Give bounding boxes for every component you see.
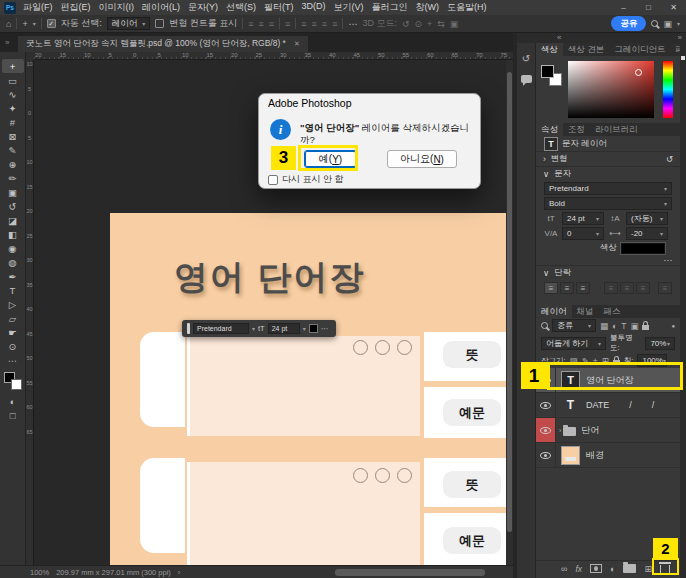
filter-adjustment-icon[interactable]: ◐ (612, 321, 617, 331)
screen-mode-icon[interactable]: □ (2, 408, 24, 422)
justify-all-icon[interactable]: ≡ (658, 282, 672, 294)
new-layer-icon[interactable]: ⊞ (644, 564, 652, 574)
more-options-icon[interactable]: ⋯ (321, 324, 329, 333)
path-selection-tool[interactable]: ▷ (2, 297, 24, 311)
menu-item[interactable]: 플러그인 (372, 1, 408, 14)
eye-icon[interactable] (540, 427, 551, 434)
panel-tab[interactable]: 색상 견본 (563, 43, 609, 56)
opacity-field[interactable]: 70% ▾ (645, 337, 675, 350)
3d-roll-icon[interactable]: ⊙ (414, 19, 422, 29)
eyedropper-tool[interactable]: ✎ (2, 143, 24, 157)
align-more-icon[interactable]: ⋯ (348, 19, 357, 29)
align-right-icon[interactable]: ≡ (269, 19, 274, 29)
font-family-field[interactable]: Pretendard (193, 323, 249, 334)
menu-item[interactable]: 이미지(I) (99, 1, 135, 14)
type-tool[interactable]: T (2, 283, 24, 297)
layer-name[interactable]: 배경 (586, 449, 604, 462)
align-left-icon[interactable]: ≡ (544, 282, 558, 294)
dont-show-again[interactable]: 다시 표시 안 함 (268, 173, 344, 186)
workspace-caret-icon[interactable]: ▾ (677, 20, 680, 27)
chevron-down-icon[interactable]: ▾ (252, 325, 255, 332)
visibility-cell[interactable] (536, 418, 556, 442)
menu-item[interactable]: 선택(S) (226, 1, 256, 14)
pen-tool[interactable]: ✒ (2, 269, 24, 283)
color-gradient-box[interactable] (568, 61, 654, 118)
menu-item[interactable]: 편집(E) (61, 1, 91, 14)
align-right-icon[interactable]: ≡ (576, 282, 590, 294)
3d-rotate-icon[interactable]: ↺ (402, 19, 410, 29)
layer-row-group[interactable]: › 단어 (536, 418, 680, 443)
menu-item[interactable]: 파일(F) (23, 1, 53, 14)
layer-row-date[interactable]: T DATE / / (536, 393, 680, 418)
3d-slide-icon[interactable]: ⇆ (437, 19, 445, 29)
panel-tab[interactable]: 패스 (599, 305, 626, 318)
panel-tab[interactable]: 채널 (572, 305, 599, 318)
status-chevron-icon[interactable]: › (178, 568, 181, 577)
text-color-swatch[interactable] (309, 324, 318, 333)
menu-item[interactable]: 레이어(L) (142, 1, 180, 14)
toolbar-expand-icon[interactable]: » (5, 38, 9, 47)
clone-stamp-tool[interactable]: ▣ (2, 185, 24, 199)
drag-handle[interactable] (187, 323, 190, 334)
expand-panels-icon[interactable]: » (678, 33, 682, 42)
visibility-cell[interactable] (536, 393, 556, 417)
kerning-field[interactable]: -20 ▾ (626, 227, 668, 240)
search-icon[interactable] (651, 20, 658, 27)
text-color-swatch[interactable] (621, 243, 665, 254)
font-size-field[interactable]: 24 pt (268, 323, 300, 334)
align-left-icon[interactable]: ≡ (248, 19, 253, 29)
paragraph-section-header[interactable]: ∨ 단락 (536, 265, 680, 279)
auto-select-dropdown[interactable]: 레이어 ▾ (107, 17, 151, 30)
menu-item[interactable]: 3D(D) (302, 1, 326, 14)
document-page[interactable]: 영어 단어장 뜻 예문 뜻 예문 Pretendard ▾ (110, 213, 513, 565)
distribute-v2-icon[interactable]: ≡ (312, 19, 317, 29)
panel-tab[interactable]: 그레이디언트 (609, 43, 670, 56)
blur-tool[interactable]: ◉ (2, 241, 24, 255)
font-weight-dropdown[interactable]: Bold ▾ (544, 197, 672, 210)
hue-slider[interactable] (663, 61, 673, 118)
workspace-icon[interactable]: ▣ (663, 19, 672, 29)
link-layers-icon[interactable]: ∞ (561, 564, 567, 574)
image-layer-thumbnail[interactable] (561, 446, 580, 465)
3d-scale-icon[interactable]: ▣ (450, 19, 459, 29)
gradient-tool[interactable]: ◧ (2, 227, 24, 241)
character-mini-toolbar[interactable]: Pretendard ▾ tT 24 pt ▾ ⋯ (182, 320, 336, 337)
distribute-icon[interactable]: ≡ (285, 19, 290, 29)
filter-type-dropdown[interactable]: 종류 ▾ (552, 319, 596, 332)
healing-brush-tool[interactable]: ⊕ (2, 157, 24, 171)
comments-panel-icon[interactable] (521, 75, 532, 83)
reset-icon[interactable]: ↺ (666, 154, 673, 164)
visibility-cell[interactable] (536, 443, 556, 467)
collapsed-panel-icon[interactable] (681, 56, 685, 60)
vertical-scrollbar[interactable] (506, 60, 513, 565)
3d-drag-icon[interactable]: + (427, 19, 432, 29)
panel-tab[interactable]: 속성 (536, 123, 563, 136)
edit-toolbar[interactable]: ⋯ (2, 353, 24, 367)
align-center-icon[interactable]: ≡ (259, 19, 264, 29)
background-color-swatch[interactable] (11, 379, 22, 390)
filter-smart-icon[interactable] (642, 325, 649, 330)
panel-tab[interactable]: 레이어 (536, 305, 572, 318)
panel-tab[interactable]: 라이브러리 (590, 123, 643, 136)
zoom-level[interactable]: 100% (30, 568, 49, 577)
foreground-color-swatch[interactable] (541, 65, 554, 78)
quick-mask-icon[interactable]: ◐ (2, 394, 24, 408)
eye-icon[interactable] (540, 402, 551, 409)
filter-pixel-icon[interactable]: ▦ (600, 321, 608, 331)
menu-item[interactable]: 필터(T) (264, 1, 294, 14)
minimize-button[interactable]: – (611, 0, 636, 15)
tracking-field[interactable]: 0 ▾ (562, 227, 604, 240)
dont-show-checkbox[interactable] (268, 175, 278, 185)
justify-center-icon[interactable]: ≡ (620, 282, 634, 294)
group-disclosure-icon[interactable]: › (559, 427, 561, 434)
maximize-button[interactable]: □ (636, 0, 661, 15)
adjustment-layer-icon[interactable]: ◐ (610, 564, 615, 574)
home-icon[interactable]: ⌂ (6, 19, 11, 29)
filter-shape-icon[interactable]: ▣ (630, 321, 638, 331)
font-family-dropdown[interactable]: Pretendard ▾ (544, 182, 672, 195)
text-layer-thumbnail[interactable]: T (561, 396, 580, 415)
object-selection-tool[interactable]: ✦ (2, 101, 24, 115)
new-group-icon[interactable] (623, 564, 636, 573)
hand-tool[interactable]: ☛ (2, 325, 24, 339)
leading-field[interactable]: (자동) ▾ (626, 212, 668, 225)
